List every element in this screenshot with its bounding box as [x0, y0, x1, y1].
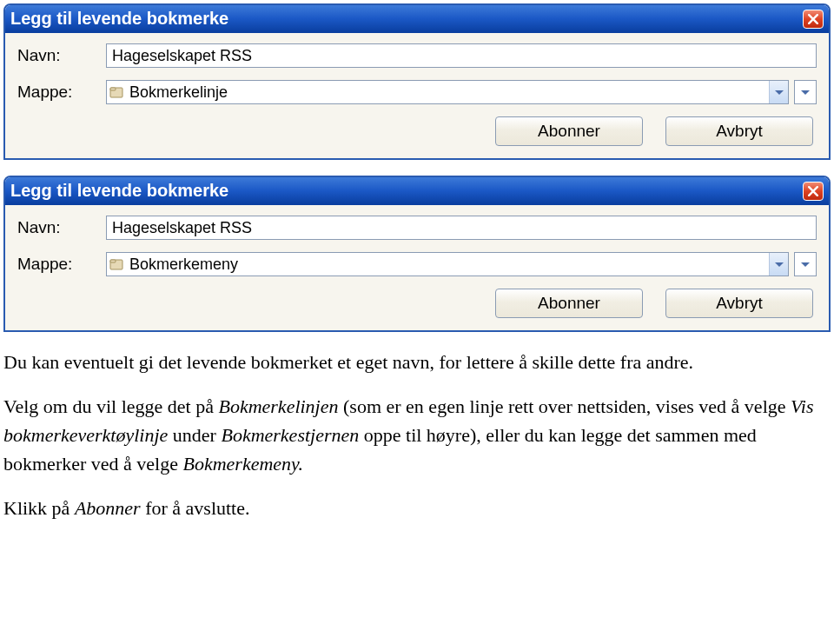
close-button[interactable]: [803, 10, 824, 29]
dialog-body: Navn: Mappe: Bokmerkemeny Abonner Avbr: [5, 205, 829, 330]
folder-value: Bokmerkelinje: [126, 81, 769, 103]
chevron-down-icon: [801, 262, 810, 267]
name-label: Navn:: [17, 218, 106, 237]
subscribe-button[interactable]: Abonner: [495, 289, 643, 318]
expand-folders-button[interactable]: [794, 80, 817, 104]
close-icon: [808, 186, 818, 196]
bookmark-dialog-2: Legg til levende bokmerke Navn: Mappe: B…: [3, 176, 831, 332]
titlebar[interactable]: Legg til levende bokmerke: [5, 177, 829, 205]
folder-label: Mappe:: [17, 255, 106, 274]
folder-dropdown-button[interactable]: [769, 81, 788, 103]
cancel-button[interactable]: Avbryt: [665, 116, 813, 146]
bookmark-folder-icon: [107, 253, 126, 276]
folder-value: Bokmerkemeny: [126, 253, 769, 276]
instruction-text: Du kan eventuelt gi det levende bokmerke…: [0, 348, 834, 522]
folder-combo[interactable]: Bokmerkelinje: [106, 80, 789, 104]
bookmark-folder-icon: [107, 81, 126, 103]
cancel-button[interactable]: Avbryt: [665, 289, 813, 318]
close-button[interactable]: [803, 182, 824, 201]
svg-rect-1: [110, 88, 116, 90]
dialog-body: Navn: Mappe: Bokmerkelinje Abonner Avb: [5, 33, 829, 158]
chevron-down-icon: [801, 90, 810, 95]
name-label: Navn:: [17, 46, 106, 65]
chevron-down-icon: [775, 90, 784, 95]
chevron-down-icon: [775, 262, 784, 267]
titlebar[interactable]: Legg til levende bokmerke: [5, 5, 829, 33]
bookmark-dialog-1: Legg til levende bokmerke Navn: Mappe: B…: [3, 3, 831, 160]
instruction-paragraph-1: Du kan eventuelt gi det levende bokmerke…: [3, 348, 831, 376]
close-icon: [808, 14, 818, 24]
subscribe-button[interactable]: Abonner: [495, 116, 643, 146]
name-input[interactable]: [106, 43, 817, 68]
dialog-title: Legg til levende bokmerke: [10, 9, 228, 29]
svg-rect-3: [110, 260, 116, 262]
expand-folders-button[interactable]: [794, 252, 817, 276]
folder-dropdown-button[interactable]: [769, 253, 788, 276]
instruction-paragraph-3: Klikk på Abonner for å avslutte.: [3, 494, 831, 522]
instruction-paragraph-2: Velg om du vil legge det på Bokmerkelinj…: [3, 392, 831, 478]
folder-combo[interactable]: Bokmerkemeny: [106, 252, 789, 276]
dialog-title: Legg til levende bokmerke: [10, 181, 228, 201]
name-input[interactable]: [106, 216, 817, 240]
folder-label: Mappe:: [17, 83, 106, 102]
